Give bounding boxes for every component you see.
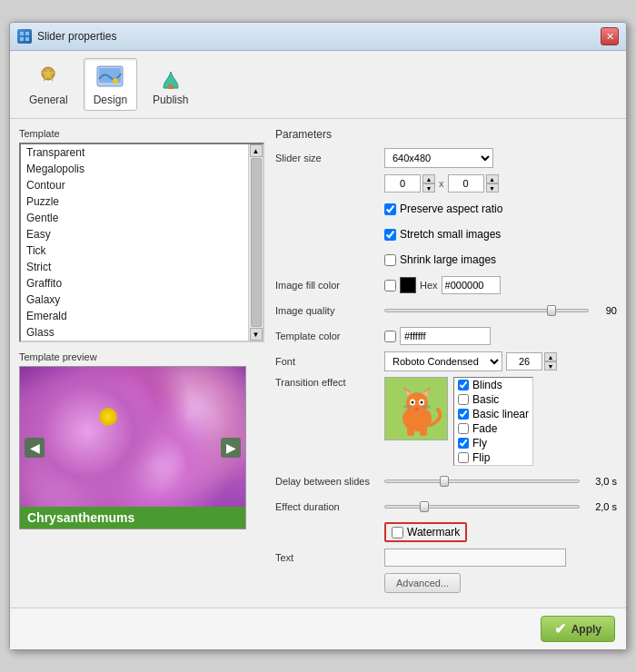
preserve-aspect-checkbox[interactable] [384,203,396,215]
list-item[interactable]: Puzzle [21,193,248,210]
template-section-label: Template [19,128,264,139]
titlebar: Slider properties ✕ [10,23,626,51]
transition-item-basic[interactable]: Basic [454,392,532,407]
slider-size-select[interactable]: 640x480 800x600 1024x768 Custom [384,148,493,168]
fly-checkbox[interactable] [458,438,469,449]
list-item[interactable]: Emerald [21,308,248,324]
apply-label: Apply [571,623,601,636]
template-color-label: Template color [275,331,384,341]
stretch-small-checkbox[interactable] [384,229,396,241]
list-item[interactable]: Easy [21,226,248,242]
shrink-large-checkbox[interactable] [384,254,396,266]
transition-item-blinds[interactable]: Blinds [454,378,532,392]
template-scrollbar[interactable]: ▲ ▼ [248,144,263,341]
list-item[interactable]: Contour [21,177,248,193]
image-quality-thumb[interactable] [547,305,556,316]
x-separator: x [439,178,444,189]
next-arrow-button[interactable]: ▶ [221,438,241,458]
effect-value: 2,0 s [585,501,617,512]
stretch-small-label[interactable]: Stretch small images [384,228,501,241]
flip-checkbox[interactable] [458,452,469,463]
preserve-aspect-row: Preserve aspect ratio [275,199,617,219]
effect-track[interactable] [384,505,580,509]
transition-item-flip[interactable]: Flip [454,450,532,465]
template-list-container: Transparent Megalopolis Contour Puzzle G… [19,143,264,342]
font-size-input[interactable] [506,352,542,371]
height-input[interactable] [448,174,484,193]
tab-general-label: General [29,94,68,106]
tab-publish[interactable]: Publish [143,58,198,111]
delay-value: 3,0 s [585,476,617,487]
template-list[interactable]: Transparent Megalopolis Contour Puzzle G… [21,144,248,341]
slider-size-row: Slider size 640x480 800x600 1024x768 Cus… [275,148,617,168]
toolbar: General Design Publish [10,51,626,119]
blinds-checkbox[interactable] [458,380,469,390]
delay-track[interactable] [384,479,580,483]
svg-rect-1 [25,32,29,35]
template-color-input[interactable] [400,327,491,345]
preview-section: Template preview ◀ ▶ Chrysanthemums [19,351,264,529]
watermark-checkbox[interactable] [392,527,403,539]
preview-caption: Chrysanthemums [20,507,245,529]
transition-item-fly[interactable]: Fly [454,436,532,450]
effect-control: 2,0 s [384,501,617,512]
font-size-up-button[interactable]: ▲ [544,352,557,361]
width-spinner: ▲ ▼ [384,174,435,193]
height-spinner: ▲ ▼ [448,174,499,193]
image-quality-track[interactable] [384,309,589,312]
width-input[interactable] [384,174,421,193]
basic-checkbox[interactable] [458,394,469,405]
effect-thumb[interactable] [420,501,429,512]
fill-color-checkbox[interactable] [384,280,396,292]
template-color-checkbox[interactable] [384,331,396,342]
text-input[interactable] [384,548,566,567]
shrink-large-label[interactable]: Shrink large images [384,253,496,266]
transition-container: Blinds Basic Basic linear [384,377,533,466]
dimensions-row: ▲ ▼ x ▲ ▼ [275,173,617,193]
prev-arrow-button[interactable]: ◀ [25,438,45,458]
transition-item-fade[interactable]: Fade [454,421,532,436]
width-up-button[interactable]: ▲ [422,174,435,183]
list-item[interactable]: Graffito [21,275,248,292]
list-item[interactable]: Gentle [21,210,248,226]
height-up-button[interactable]: ▲ [486,174,499,183]
list-item[interactable]: Galaxy [21,292,248,308]
delay-thumb[interactable] [440,476,449,487]
transition-list[interactable]: Blinds Basic Basic linear [453,377,533,466]
height-down-button[interactable]: ▼ [486,183,499,193]
tab-design[interactable]: Design [84,58,137,111]
close-button[interactable]: ✕ [601,27,619,45]
svg-point-19 [412,401,414,404]
tab-general[interactable]: General [19,58,78,111]
preserve-aspect-label[interactable]: Preserve aspect ratio [384,203,502,215]
font-select[interactable]: Roboto Condensed Arial Times New Roman [384,351,502,371]
fill-color-swatch[interactable] [400,277,416,293]
scroll-thumb[interactable] [251,158,262,327]
stretch-small-row: Stretch small images [275,224,617,244]
svg-rect-27 [420,427,427,436]
advanced-button[interactable]: Advanced... [384,573,461,593]
fade-checkbox[interactable] [458,423,469,434]
text-row: Text [275,548,617,568]
width-down-button[interactable]: ▼ [422,183,435,193]
scroll-down-button[interactable]: ▼ [250,328,263,341]
scroll-up-button[interactable]: ▲ [250,144,263,157]
basic-linear-checkbox[interactable] [458,409,469,420]
main-window: Slider properties ✕ General [9,22,627,650]
svg-point-12 [406,392,428,414]
font-size-spin-buttons: ▲ ▼ [544,352,557,371]
list-item[interactable]: Transparent [21,144,248,161]
fill-color-hex-input[interactable] [442,276,501,294]
shrink-large-row: Shrink large images [275,250,617,270]
font-size-down-button[interactable]: ▼ [544,361,557,371]
list-item[interactable]: Strict [21,259,248,275]
list-item[interactable]: Tick [21,242,248,259]
list-item[interactable]: Glass [21,324,248,341]
watermark-label[interactable]: Watermark [384,522,467,542]
apply-button[interactable]: ✔ Apply [541,616,615,642]
text-label: Text [275,552,384,563]
transition-item-basic-linear[interactable]: Basic linear [454,407,532,421]
delay-control: 3,0 s [384,476,617,487]
transition-label: Transition effect [275,377,384,388]
list-item[interactable]: Megalopolis [21,161,248,177]
